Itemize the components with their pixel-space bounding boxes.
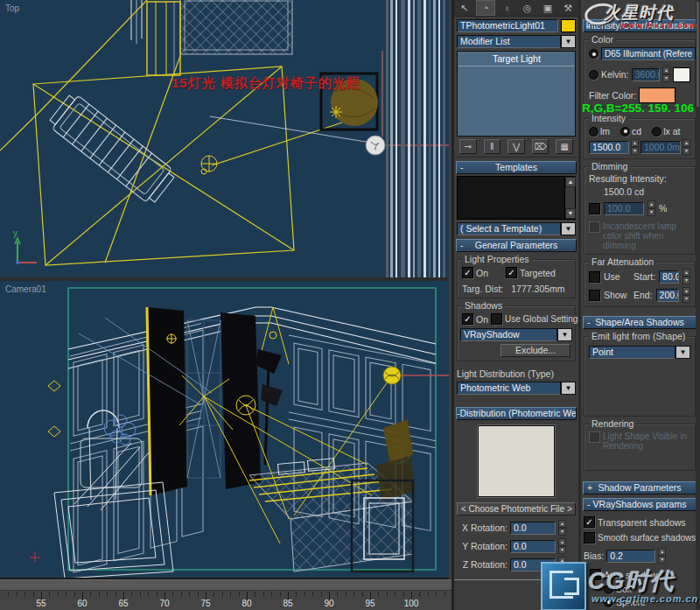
templates-rollout[interactable]: - Templates	[456, 161, 577, 174]
shadow-parameters-rollout[interactable]: + Shadow Parameters	[583, 481, 696, 494]
vrayshadows-params-rollout[interactable]: - VRayShadows params	[583, 498, 696, 511]
select-template-dropdown[interactable]: ( Select a Template) ▼	[457, 222, 576, 235]
intensity-field[interactable]: 1500.0	[589, 141, 629, 154]
d65-value: D65 Illuminant (Refere	[601, 47, 696, 60]
kelvin-spinner[interactable]: ▴▾	[662, 67, 670, 82]
far-att-use-checkbox[interactable]	[589, 271, 600, 283]
intensity-spinner[interactable]: ▴▾	[631, 139, 639, 155]
light-on-checkbox[interactable]: ✓	[462, 267, 473, 278]
d65-radio[interactable]	[589, 49, 598, 59]
y-rotation-field[interactable]: 0.0	[510, 540, 556, 553]
smooth-surface-checkbox[interactable]	[584, 532, 595, 543]
dimming-spinner[interactable]: ▴▾	[648, 200, 655, 216]
light-properties-group: Light Properties ✓ On ✓ Targeted Targ. D…	[457, 259, 576, 298]
show-end-result-icon[interactable]: ‖	[484, 139, 501, 154]
light-distribution-dropdown[interactable]: Photometric Web ▼	[457, 382, 576, 395]
dropdown-arrow-icon[interactable]: ▼	[676, 346, 690, 359]
light-distribution-label: Light Distribution (Type)	[457, 368, 554, 379]
create-tab-icon[interactable]: ↖	[456, 1, 473, 15]
cd-radio[interactable]	[620, 127, 630, 137]
track-bar[interactable]: 556065707580859095100	[0, 579, 452, 610]
far-att-start-field[interactable]: 80.0mm	[659, 270, 679, 284]
configure-modifier-sets-icon[interactable]: ▦	[556, 139, 573, 154]
dimming-group: Dimming Resulting Intensity: 1500.0 cd 1…	[584, 166, 696, 255]
dropdown-arrow-icon[interactable]: ▼	[557, 328, 572, 341]
panel-scrollbar[interactable]	[696, 0, 700, 610]
templates-list[interactable]: ▲ ▼	[457, 176, 576, 220]
dimming-percent-field[interactable]: 100.0	[604, 202, 644, 215]
hierarchy-tab-icon[interactable]: ♁	[498, 1, 515, 15]
utilities-tab-icon[interactable]: ⚒	[559, 1, 577, 15]
display-tab-icon[interactable]: ▣	[539, 1, 556, 15]
y-rotation-spinner[interactable]: ▴▾	[558, 538, 566, 554]
select-template-value: ( Select a Template)	[457, 222, 561, 235]
stack-item-target-light[interactable]: Target Light	[458, 52, 575, 67]
group-title: Dimming	[589, 161, 630, 172]
time-slider[interactable]	[0, 579, 452, 591]
scroll-up-icon[interactable]: ▲	[565, 177, 576, 187]
lm-radio[interactable]	[589, 127, 598, 137]
object-name-field[interactable]: TPhotometricLight01	[457, 19, 558, 32]
far-att-end-field[interactable]: 200.0mm	[656, 289, 679, 302]
x-rotation-spinner[interactable]: ▴▾	[558, 520, 566, 536]
lx-radio[interactable]	[652, 127, 662, 137]
viewport-top[interactable]: Top 15灯光 模拟台灯对椅子的光照	[0, 0, 449, 281]
distribution-rollout[interactable]: -Distribution (Photometric Web)	[456, 407, 577, 420]
transparent-shadows-checkbox[interactable]: ✓	[584, 516, 595, 528]
collapse-icon: -	[460, 240, 464, 251]
lx-distance-field[interactable]: 1000.0mm	[640, 141, 681, 154]
scroll-down-icon[interactable]: ▼	[565, 208, 576, 219]
shadows-on-checkbox[interactable]: ✓	[462, 313, 473, 325]
end-spinner[interactable]: ▴▾	[682, 287, 690, 303]
pin-stack-icon[interactable]: ⊸	[459, 139, 477, 154]
x-rotation-field[interactable]: 0.0	[510, 522, 556, 535]
group-title: Light Properties	[462, 254, 532, 264]
dropdown-arrow-icon[interactable]: ▼	[561, 382, 576, 395]
motion-tab-icon[interactable]: ◎	[519, 1, 536, 15]
modify-tab-icon[interactable]: ◔	[476, 0, 495, 16]
use-label: Use	[604, 271, 630, 282]
track-ruler[interactable]: 556065707580859095100	[0, 591, 452, 610]
exclude-button[interactable]: Exclude...	[500, 344, 570, 357]
shadow-type-value: VRayShadow	[460, 328, 557, 341]
dimming-checkbox[interactable]	[589, 203, 600, 214]
lx-spinner[interactable]: ▴▾	[682, 139, 690, 155]
targeted-checkbox[interactable]: ✓	[506, 267, 517, 278]
incandescent-checkbox[interactable]	[589, 221, 600, 233]
x-rotation-label: X Rotation:	[457, 522, 508, 533]
kelvin-field[interactable]: 3600.0	[632, 68, 660, 81]
remove-modifier-icon[interactable]: ⌦	[532, 139, 550, 154]
shadow-parameters-label: Shadow Parameters	[598, 482, 681, 493]
viewport-camera[interactable]: Camera01	[0, 281, 449, 579]
dropdown-arrow-icon[interactable]: ▼	[561, 35, 576, 48]
general-parameters-rollout[interactable]: - General Parameters	[456, 239, 577, 252]
object-color-swatch[interactable]	[561, 19, 576, 32]
photometric-web-preview	[478, 425, 555, 497]
resulting-intensity-label: Resulting Intensity:	[589, 173, 667, 184]
modifier-stack: Target Light	[457, 51, 576, 137]
light-shape-visible-checkbox[interactable]	[589, 431, 600, 443]
templates-scrollbar[interactable]: ▲ ▼	[564, 177, 575, 219]
far-attenuation-group: Far Attenuation Use Start: 80.0mm ▴▾ Sho…	[584, 262, 696, 307]
shadows-group: Shadows ✓ On Use Global Settings VRaySha…	[457, 305, 576, 361]
start-spinner[interactable]: ▴▾	[682, 269, 690, 284]
shadow-on-label: On	[476, 314, 488, 325]
kelvin-color-swatch[interactable]	[673, 67, 690, 82]
far-att-show-checkbox[interactable]	[589, 290, 600, 301]
emit-shape-dropdown[interactable]: Point ▼	[589, 346, 690, 359]
viewport-top-label: Top	[5, 4, 19, 13]
cg-url: www.cgtime.com.cn	[592, 593, 698, 604]
dropdown-arrow-icon[interactable]: ▼	[561, 222, 576, 235]
choose-photometric-file-button[interactable]: < Choose Photometric File >	[457, 502, 576, 515]
start-label: Start:	[634, 271, 655, 282]
shape-area-shadows-rollout[interactable]: - Shape/Area Shadows	[583, 316, 696, 329]
color-group: Color D65 Illuminant (Refere ▼ Kelvin: 3…	[584, 39, 696, 108]
group-title: Color	[589, 34, 616, 45]
modifier-list-dropdown[interactable]: Modifier List ▼	[457, 35, 576, 48]
shadow-type-dropdown[interactable]: VRayShadow ▼	[460, 328, 572, 341]
make-unique-icon[interactable]: ⋁	[508, 139, 525, 154]
use-global-checkbox[interactable]	[491, 313, 502, 325]
d65-dropdown[interactable]: D65 Illuminant (Refere ▼	[601, 47, 700, 60]
kelvin-radio[interactable]	[589, 70, 598, 80]
general-parameters-label: General Parameters	[475, 240, 558, 250]
